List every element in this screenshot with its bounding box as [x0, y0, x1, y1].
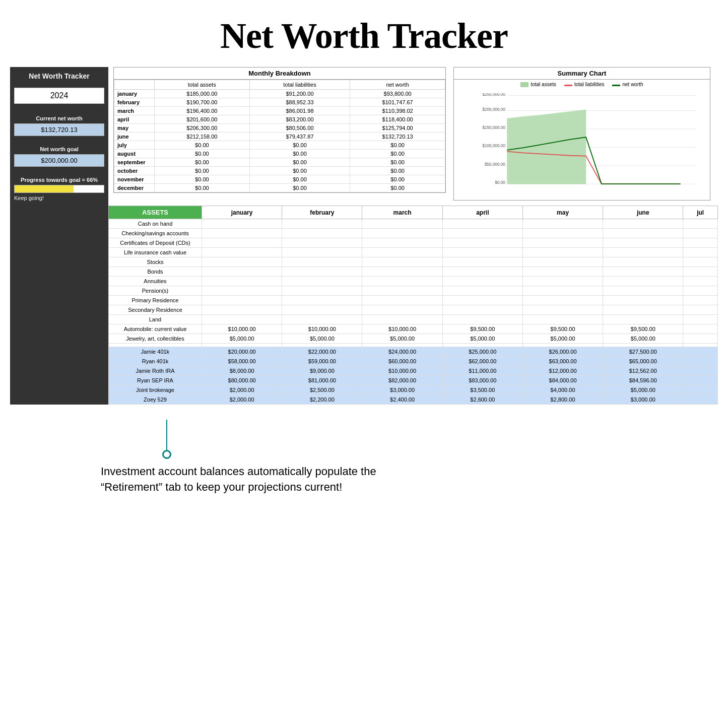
col-total-assets: total assets [155, 80, 250, 90]
monthly-breakdown-title: Monthly Breakdown [114, 68, 445, 80]
net-worth-goal-label: Net worth goal [10, 144, 108, 153]
table-row[interactable]: Automobile: current value$10,000.00$10,0… [109, 324, 718, 334]
col-total-liabilities: total liabilities [249, 80, 350, 90]
svg-marker-12 [507, 110, 586, 184]
svg-text:$100,000.00: $100,000.00 [482, 144, 505, 148]
table-row[interactable]: Life insurance cash value [109, 248, 718, 257]
table-row[interactable]: Checking/savings accounts [109, 229, 718, 238]
page-title: Net Worth Tracker [0, 0, 728, 67]
col-july: jul [683, 206, 718, 219]
svg-text:$250,000.00: $250,000.00 [482, 93, 505, 97]
summary-chart-panel: Summary Chart total assets total liabili… [451, 67, 713, 201]
table-row[interactable]: Jamie Roth IRA$8,000.00$9,000.00$10,000.… [109, 366, 718, 376]
table-row[interactable]: Secondary Residence [109, 305, 718, 315]
col-february: february [282, 206, 362, 219]
assets-table: ASSETS january february march april may … [108, 206, 718, 405]
annotation-line [166, 420, 167, 450]
table-row[interactable]: Pension(s) [109, 286, 718, 296]
col-march: march [362, 206, 442, 219]
annotation-text: Investment account balances automaticall… [101, 464, 403, 495]
col-may: may [522, 206, 603, 219]
annotation-area: Investment account balances automaticall… [0, 405, 728, 505]
sidebar: Net Worth Tracker 2024 Current net worth… [10, 67, 108, 405]
net-worth-goal-value: $200,000.00 [14, 154, 104, 167]
monthly-table: total assets total liabilities net worth… [114, 80, 445, 192]
current-net-worth-value: $132,720.13 [14, 123, 104, 136]
table-row[interactable]: Land [109, 315, 718, 324]
svg-text:$150,000.00: $150,000.00 [482, 125, 505, 130]
table-row[interactable]: Cash on hand [109, 219, 718, 229]
col-april: april [442, 206, 522, 219]
table-row[interactable]: Jewelry, art, collectibles$5,000.00$5,00… [109, 334, 718, 344]
sidebar-year[interactable]: 2024 [14, 88, 104, 104]
annotation-dot [162, 450, 171, 459]
legend-total-assets: total assets [520, 82, 556, 87]
chart-area: $0.00 $50,000.00 $100,000.00 $150,000.00… [454, 89, 710, 200]
svg-text:$200,000.00: $200,000.00 [482, 107, 505, 112]
progress-bar [15, 185, 74, 192]
legend-total-liabilities: total liabilities [564, 82, 604, 87]
chart-svg: $0.00 $50,000.00 $100,000.00 $150,000.00… [479, 93, 704, 185]
legend-net-worth: net worth [612, 82, 643, 87]
col-january: january [202, 206, 282, 219]
col-june: june [603, 206, 683, 219]
table-row[interactable] [109, 344, 718, 347]
monthly-breakdown: Monthly Breakdown total assets total lia… [113, 67, 446, 193]
keep-going-text: Keep going! [10, 194, 108, 205]
svg-text:$0.00: $0.00 [495, 180, 505, 185]
chart-legend: total assets total liabilities net worth [454, 80, 710, 89]
table-row[interactable]: Stocks [109, 257, 718, 267]
table-row[interactable]: Primary Residence [109, 296, 718, 305]
chart-title: Summary Chart [454, 68, 710, 80]
spreadsheet-area: ASSETS january february march april may … [108, 206, 718, 405]
svg-text:$50,000.00: $50,000.00 [485, 162, 505, 167]
table-row[interactable]: Ryan SEP IRA$80,000.00$81,000.00$82,000.… [109, 376, 718, 385]
col-net-worth: net worth [350, 80, 445, 90]
table-row[interactable]: Annuities [109, 277, 718, 286]
progress-label: Progress towards goal = 66% [10, 175, 108, 184]
table-row[interactable]: Joint brokerage$2,000.00$2,500.00$3,000.… [109, 385, 718, 395]
progress-bar-container [14, 185, 104, 193]
table-row[interactable]: Ryan 401k$58,000.00$59,000.00$60,000.00$… [109, 357, 718, 366]
sidebar-title: Net Worth Tracker [10, 67, 108, 85]
current-net-worth-label: Current net worth [10, 113, 108, 122]
table-row[interactable]: Jamie 401k$20,000.00$22,000.00$24,000.00… [109, 347, 718, 357]
assets-header: ASSETS [109, 206, 202, 219]
table-row[interactable]: Certificates of Deposit (CDs) [109, 238, 718, 248]
table-row[interactable]: Bonds [109, 267, 718, 277]
table-row[interactable]: Zoey 529$2,000.00$2,200.00$2,400.00$2,60… [109, 395, 718, 405]
